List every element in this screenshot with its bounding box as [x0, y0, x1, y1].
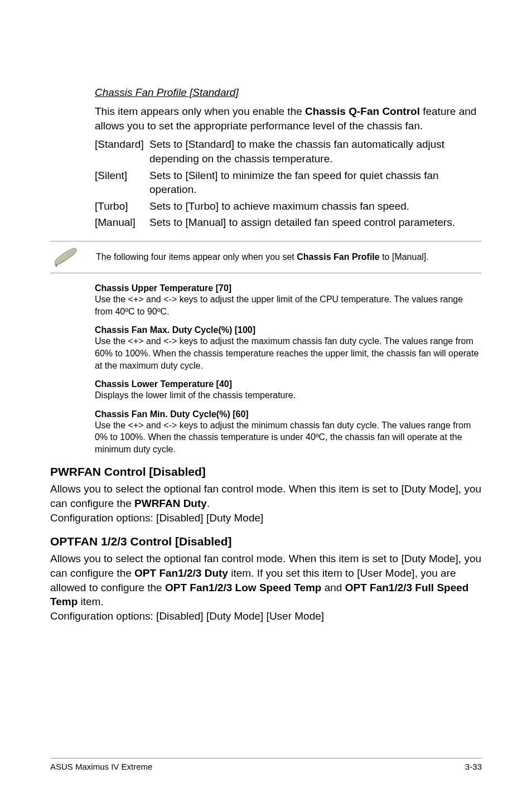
option-manual: [Manual] Sets to [Manual] to assign deta…: [95, 215, 482, 230]
note-text: The following four items appear only whe…: [96, 251, 482, 263]
option-manual-label: [Manual]: [95, 215, 149, 230]
sub2-title: Chassis Fan Max. Duty Cycle(%) [100]: [95, 325, 482, 335]
pwrfan-part2: .: [207, 497, 210, 509]
optfan-heading: OPTFAN 1/2/3 Control [Disabled]: [50, 535, 482, 548]
chassis-profile-intro: This item appears only when you enable t…: [95, 104, 482, 133]
option-silent-label: [Silent]: [95, 168, 149, 197]
pwrfan-part1: Allows you to select the optional fan co…: [50, 483, 481, 509]
optfan-part3: and: [321, 582, 345, 593]
footer-right: 3-33: [465, 762, 482, 771]
note-part2: to [Manual].: [380, 252, 429, 262]
sub3-body: Displays the lower limit of the chassis …: [95, 389, 482, 402]
note-bold: Chassis Fan Profile: [297, 252, 380, 262]
optfan-part4: item.: [78, 596, 103, 607]
intro-bold: Chassis Q-Fan Control: [305, 105, 420, 117]
pwrfan-body: Allows you to select the optional fan co…: [50, 482, 482, 525]
note-part1: The following four items appear only whe…: [96, 252, 297, 262]
page-footer: ASUS Maximus IV Extreme 3-33: [50, 758, 482, 771]
optfan-body: Allows you to select the optional fan co…: [50, 552, 482, 623]
sub4-title: Chassis Fan Min. Duty Cycle(%) [60]: [95, 409, 482, 419]
note-block: The following four items appear only whe…: [50, 241, 482, 273]
optfan-bold2: OPT Fan1/2/3 Low Speed Temp: [165, 582, 321, 593]
sub2-body: Use the <+> and <-> keys to adjust the m…: [95, 335, 482, 371]
pwrfan-heading: PWRFAN Control [Disabled]: [50, 465, 482, 479]
pencil-icon: [52, 246, 81, 268]
option-standard: [Standard] Sets to [Standard] to make th…: [95, 137, 482, 166]
sub3-title: Chassis Lower Temperature [40]: [95, 379, 482, 389]
option-standard-desc: Sets to [Standard] to make the chassis f…: [149, 137, 482, 166]
option-turbo-desc: Sets to [Turbo] to achieve maximum chass…: [149, 199, 482, 214]
chassis-profile-heading: Chassis Fan Profile [Standard]: [95, 86, 482, 99]
intro-text-1: This item appears only when you enable t…: [95, 105, 305, 117]
pwrfan-config: Configuration options: [Disabled] [Duty …: [50, 512, 263, 524]
option-turbo-label: [Turbo]: [95, 199, 149, 214]
option-silent: [Silent] Sets to [Silent] to minimize th…: [95, 168, 482, 197]
pwrfan-bold: PWRFAN Duty: [134, 497, 207, 509]
option-manual-desc: Sets to [Manual] to assign detailed fan …: [149, 215, 482, 230]
optfan-bold1: OPT Fan1/2/3 Duty: [134, 567, 228, 579]
footer-left: ASUS Maximus IV Extreme: [50, 762, 152, 771]
option-standard-label: [Standard]: [95, 137, 149, 166]
optfan-config: Configuration options: [Disabled] [Duty …: [50, 610, 324, 622]
option-silent-desc: Sets to [Silent] to minimize the fan spe…: [149, 168, 482, 197]
sub4-body: Use the <+> and <-> keys to adjust the m…: [95, 419, 482, 456]
sub1-title: Chassis Upper Temperature [70]: [95, 283, 482, 293]
option-turbo: [Turbo] Sets to [Turbo] to achieve maxim…: [95, 199, 482, 214]
note-icon-holder: [50, 246, 83, 268]
sub1-body: Use the <+> and <-> keys to adjust the u…: [95, 293, 482, 317]
